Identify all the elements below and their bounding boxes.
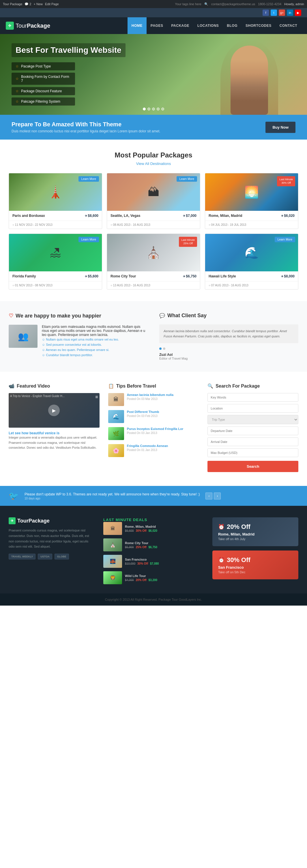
learn-more-seattle[interactable]: Learn More: [177, 176, 197, 182]
learn-more-florida[interactable]: Learn More: [79, 237, 99, 242]
footer-bottom: Copyright © 2013 All Right Reserved. Pac…: [0, 593, 307, 606]
package-card-rome: 🌅 Last Minute30% Off Rome, Milan, Madrid…: [205, 173, 298, 229]
arrival-input[interactable]: [208, 437, 298, 446]
twitter-next-btn[interactable]: ›: [214, 493, 221, 499]
tip-date-3: Posted On 03 Jan 2013: [127, 431, 184, 435]
t-dot-1[interactable]: [159, 347, 161, 350]
search-icon[interactable]: 🔍: [204, 2, 208, 6]
video-link[interactable]: Let see how beautiful venice is: [9, 431, 59, 435]
package-price-florida: $5,600: [85, 274, 98, 278]
deal-name-sf: San Francisco: [125, 558, 159, 561]
site-name[interactable]: Tour Package: [3, 2, 22, 6]
new-button[interactable]: + New: [33, 2, 43, 6]
dot-5[interactable]: [161, 107, 164, 111]
deal-prices-rome: $6,600 30% Off $6,020: [125, 529, 157, 532]
deal-info-rome-city: Rome City Tour $5,900 25% Off $6,750: [125, 541, 157, 549]
tip-text-4: Fringilla Commodo Aenean Posted On 01 Ja…: [127, 444, 168, 452]
footer-deals-col: LAST MINUTE DEALS 🏛 Rome, Milan, Madrid …: [103, 517, 204, 588]
tip-title-2[interactable]: Post Different Thumb: [127, 410, 159, 413]
footer-badges: TRAVEL WEEKLY USTOA GLOBE: [9, 554, 95, 559]
linkedin-icon[interactable]: in: [287, 9, 293, 16]
view-all-link[interactable]: View All Destinations: [9, 161, 298, 166]
tip-title-4[interactable]: Fringilla Commodo Aenean: [127, 444, 168, 447]
deal-item-4: 🦁 Wild Life Tour $4,000 20% Off $3,200: [103, 571, 204, 584]
promo-card-2[interactable]: 30% Off San Francisco Take off on 5th De…: [212, 551, 298, 579]
tip-title-1[interactable]: Aenean lacinia bibendum nulla: [127, 393, 174, 397]
logo[interactable]: ✈ TourPackage: [6, 22, 127, 30]
hero-person-graphic: [220, 40, 278, 115]
nav-locations[interactable]: LOCATIONS: [193, 17, 223, 34]
happy-content: 👥 Etiam porta sem malesuada magna mollis…: [9, 325, 148, 358]
deal-img-sf: 🌉: [103, 555, 122, 568]
buy-now-button[interactable]: Buy Now: [266, 122, 296, 133]
nav-home[interactable]: HOME: [127, 17, 147, 34]
learn-more-paris[interactable]: Learn More: [79, 176, 99, 182]
package-info-hawaii: Hawaii Life Style $8,000: [205, 271, 298, 281]
copyright-text: Copyright © 2013 All Right Reserved. Pac…: [105, 598, 202, 601]
comments-icon[interactable]: 💬 2: [25, 2, 31, 6]
video-thumbnail[interactable]: A Trip to Venice - English Travel Guide …: [9, 393, 99, 428]
facebook-icon[interactable]: f: [263, 9, 269, 16]
packages-grid: 🗼 Learn More Paris and Bordueax $8,600 1…: [9, 173, 298, 289]
logo-icon: ✈: [6, 22, 14, 30]
promo-card-1[interactable]: 20% Off Rome, Milan, Madrid Take off on …: [212, 517, 298, 546]
package-dates-florida: 01 NOV 2013 - 08 NOV 2013: [9, 281, 102, 289]
tags-line: Your tags line here: [175, 2, 202, 6]
edit-page-link[interactable]: Edit Page: [45, 2, 59, 6]
search-button[interactable]: [208, 461, 298, 472]
dot-3[interactable]: [152, 107, 155, 111]
badge-rome: Last Minute30% Off: [277, 176, 295, 186]
video-inner: A Trip to Venice - English Travel Guide …: [9, 393, 99, 428]
video-description: Integer posuere erat a venenatis dapibus…: [9, 435, 99, 451]
cta-banner: Prepare To Be Amazed With This Theme Dui…: [0, 115, 307, 140]
deal-img-wildlife: 🦁: [103, 571, 122, 584]
three-col-section: 📹 Featured Video A Trip to Venice - Engl…: [0, 372, 307, 486]
deal-new-rome: $6,020: [148, 529, 157, 532]
play-button[interactable]: ▶: [48, 405, 60, 416]
twitter-prev-btn[interactable]: ‹: [206, 493, 212, 499]
tip-text-1: Aenean lacinia bibendum nulla Posted On …: [127, 393, 174, 401]
dot-4[interactable]: [157, 107, 159, 111]
package-dates-hawaii: 07 AUG 2013 - 16 AUG 2013: [205, 281, 298, 289]
keywords-input[interactable]: [208, 393, 298, 402]
nav-pages[interactable]: PAGES: [147, 17, 167, 34]
learn-more-hawaii[interactable]: Learn More: [275, 237, 295, 242]
budget-input[interactable]: [208, 448, 298, 457]
happy-image: 👥: [9, 325, 37, 348]
t-dot-2[interactable]: [163, 347, 165, 350]
nav-shortcodes[interactable]: SHORTCODES: [242, 17, 276, 34]
departure-input[interactable]: [208, 427, 298, 435]
twitter-icon[interactable]: t: [271, 9, 277, 16]
youtube-icon[interactable]: ▶: [295, 9, 301, 16]
tip-text-2: Post Different Thumb Posted On 03 Feb 20…: [127, 410, 159, 417]
happy-text-block: Etiam porta sem malesuada magna mollis e…: [42, 325, 148, 358]
package-dates-seattle: 08 AUG 2013 - 16 AUG 2013: [107, 221, 200, 229]
nav-package[interactable]: PACKAGE: [167, 17, 193, 34]
deal-info-wildlife: Wild Life Tour $4,000 20% Off $3,200: [125, 574, 157, 582]
package-name-seattle: Seattle, LA, Vegas: [111, 214, 140, 218]
googleplus-icon[interactable]: g+: [279, 9, 285, 16]
deal-new-sf: $7,080: [150, 562, 159, 565]
popular-section: Most Popular Packages View All Destinati…: [0, 140, 307, 301]
package-info-rome-city: Rome City Tour $6,750: [107, 271, 200, 281]
package-card-seattle: 🏔 Learn More Seattle, LA, Vegas $7,000 0…: [107, 173, 200, 229]
happy-body: Etiam porta sem malesuada magna mollis e…: [42, 325, 148, 337]
nav-contact[interactable]: CONTACT: [276, 17, 301, 34]
logo-tour: Tour: [16, 23, 27, 29]
happy-list-item-3: Aenean eu leo quam. Pellentesque ornare …: [42, 347, 148, 352]
happy-list-item-1: Nullam quis risus eget urna mollis ornar…: [42, 337, 148, 342]
hero-carousel-dots[interactable]: [143, 107, 164, 111]
dot-2[interactable]: [148, 107, 150, 111]
package-price-paris: $8,600: [85, 214, 98, 218]
tip-title-3[interactable]: Purus Inceptos Euismod Fringilla Lor: [127, 427, 184, 431]
nav-blog[interactable]: BLOG: [223, 17, 242, 34]
hero-content: Best For Travelling Website Pacakge Post…: [11, 43, 125, 105]
cta-text: Prepare To Be Amazed With This Theme Dui…: [11, 121, 160, 133]
video-control-icon[interactable]: ≡: [95, 395, 98, 400]
trip-type-select[interactable]: Trip Type: [208, 415, 298, 424]
testimonial-role: Editor of Travel Mag: [159, 357, 298, 360]
location-input[interactable]: [208, 404, 298, 413]
dot-1[interactable]: [143, 107, 146, 111]
testimonial-text: Aenean lacinia bibendum nulla sed consec…: [159, 324, 298, 343]
footer-description: Praesent commodo cursus magna, vel scele…: [9, 528, 95, 549]
